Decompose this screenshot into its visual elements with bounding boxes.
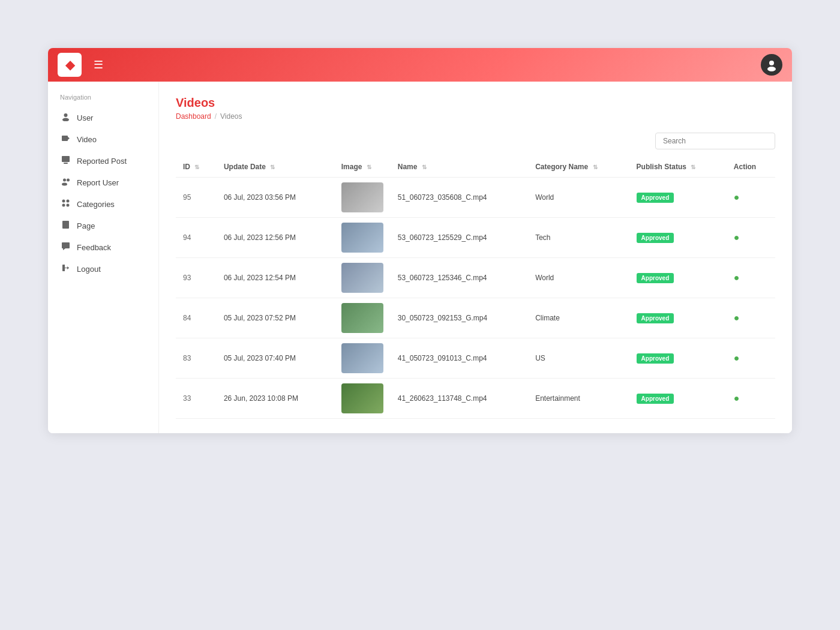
action-view-button[interactable]: ● [734,272,740,283]
cell-name: 53_060723_125529_C.mp4 [391,218,528,258]
cell-image [334,379,391,419]
status-badge: Approved [637,193,674,203]
feedback-icon [60,242,71,253]
sidebar-item-categories[interactable]: Categories [48,193,158,215]
svg-marker-5 [68,137,70,140]
svg-point-13 [62,204,65,207]
sidebar-item-feedback[interactable]: Feedback [48,236,158,258]
col-id: ID ⇅ [176,157,217,178]
svg-point-0 [769,61,774,65]
layout: Navigation User Video [48,82,792,433]
sidebar-item-label: Video [77,135,97,144]
col-image: Image ⇅ [334,157,391,178]
cell-action: ● [727,178,775,218]
breadcrumb-dashboard[interactable]: Dashboard [176,112,211,121]
cell-image [334,218,391,258]
table-body: 95 06 Jul, 2023 03:56 PM 51_060723_03560… [176,178,775,419]
cell-name: 51_060723_035608_C.mp4 [391,178,528,218]
action-view-button[interactable]: ● [734,192,740,202]
cell-image [334,258,391,298]
cell-category: World [528,178,629,218]
action-view-button[interactable]: ● [734,393,740,403]
cell-status: Approved [629,379,727,419]
cell-status: Approved [629,338,727,379]
sidebar-item-video[interactable]: Video [48,128,158,150]
cell-date: 05 Jul, 2023 07:40 PM [217,338,334,379]
hamburger-button[interactable]: ☰ [91,56,106,74]
sidebar-item-label: Page [77,221,95,230]
cell-status: Approved [629,218,727,258]
svg-rect-17 [64,224,68,225]
status-badge: Approved [637,313,674,323]
sort-date-icon[interactable]: ⇅ [270,164,275,170]
table-row: 84 05 Jul, 2023 07:52 PM 30_050723_09215… [176,298,775,338]
search-bar-container [176,133,775,149]
svg-point-11 [62,200,65,203]
sort-category-icon[interactable]: ⇅ [593,164,598,170]
status-badge: Approved [637,233,674,243]
table-row: 94 06 Jul, 2023 12:56 PM 53_060723_12552… [176,218,775,258]
sidebar-item-report-user[interactable]: Report User [48,172,158,193]
svg-rect-19 [62,242,70,248]
sort-name-icon[interactable]: ⇅ [422,164,427,170]
svg-point-10 [67,179,70,182]
app-container: ◆ ☰ Navigation User [48,48,792,433]
svg-point-8 [63,179,66,182]
svg-marker-20 [63,248,65,250]
status-badge: Approved [637,273,674,283]
sidebar-item-logout[interactable]: Logout [48,258,158,280]
cell-action: ● [727,379,775,419]
logout-icon [60,263,71,274]
cell-id: 84 [176,298,217,338]
status-badge: Approved [637,353,674,364]
page-title: Videos [176,96,775,110]
cell-status: Approved [629,298,727,338]
avatar[interactable] [761,54,782,76]
action-view-button[interactable]: ● [734,353,740,363]
cell-id: 93 [176,258,217,298]
cell-image [334,178,391,218]
sort-image-icon[interactable]: ⇅ [367,164,371,170]
sidebar-item-label: User [77,113,93,122]
user-icon [60,112,71,123]
cell-id: 83 [176,338,217,379]
cell-name: 53_060723_125346_C.mp4 [391,258,528,298]
header-left: ◆ ☰ [58,53,106,77]
svg-point-2 [64,113,67,117]
table-head: ID ⇅ Update Date ⇅ Image ⇅ Name ⇅ Catego [176,157,775,178]
svg-point-9 [62,183,67,186]
svg-rect-6 [62,156,70,162]
breadcrumb-separator: / [215,112,217,121]
cell-name: 41_050723_091013_C.mp4 [391,338,528,379]
svg-point-1 [767,67,776,71]
col-update-date: Update Date ⇅ [217,157,334,178]
cell-image [334,298,391,338]
svg-point-14 [66,204,69,207]
sidebar-item-label: Reported Post [77,157,127,166]
video-icon [60,134,71,145]
sidebar-item-reported-post[interactable]: Reported Post [48,150,158,172]
cell-action: ● [727,338,775,379]
action-view-button[interactable]: ● [734,313,740,323]
action-view-button[interactable]: ● [734,232,740,242]
sort-id-icon[interactable]: ⇅ [194,164,199,170]
report-user-icon [60,177,71,188]
sidebar-item-page[interactable]: Page [48,215,158,236]
cell-status: Approved [629,258,727,298]
breadcrumb-current: Videos [220,112,242,121]
status-badge: Approved [637,394,674,404]
sidebar-item-user[interactable]: User [48,107,158,128]
cell-category: World [528,258,629,298]
main-content: Videos Dashboard / Videos ID ⇅ Update Da… [159,82,792,433]
sort-status-icon[interactable]: ⇅ [691,164,695,170]
cell-category: Tech [528,218,629,258]
col-category: Category Name ⇅ [528,157,629,178]
svg-point-3 [62,118,69,122]
table-row: 95 06 Jul, 2023 03:56 PM 51_060723_03560… [176,178,775,218]
search-input[interactable] [655,133,775,149]
header: ◆ ☰ [48,48,792,82]
cell-date: 05 Jul, 2023 07:52 PM [217,298,334,338]
svg-rect-7 [64,163,68,164]
svg-point-12 [66,200,69,203]
cell-date: 06 Jul, 2023 12:54 PM [217,258,334,298]
